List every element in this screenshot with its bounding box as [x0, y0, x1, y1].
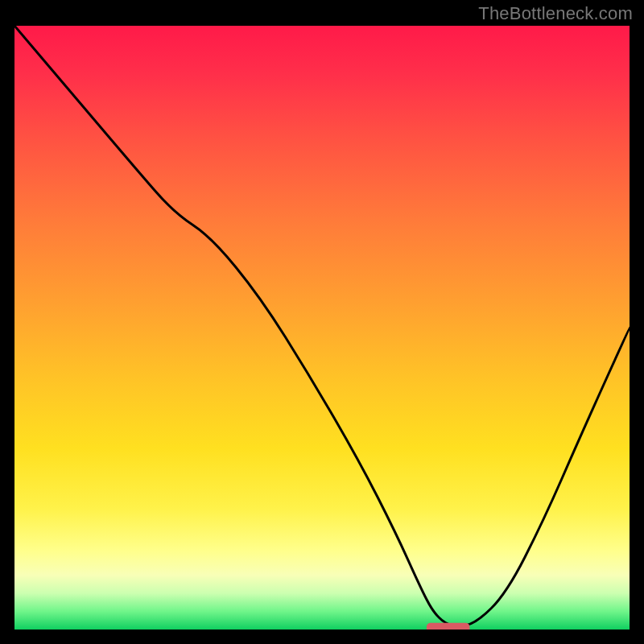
curve-layer	[14, 26, 630, 630]
attribution-text: TheBottleneck.com	[478, 3, 633, 24]
chart-frame: TheBottleneck.com	[0, 0, 644, 644]
bottleneck-curve	[14, 26, 630, 625]
plot-area	[14, 26, 630, 630]
minimum-marker	[427, 623, 470, 630]
